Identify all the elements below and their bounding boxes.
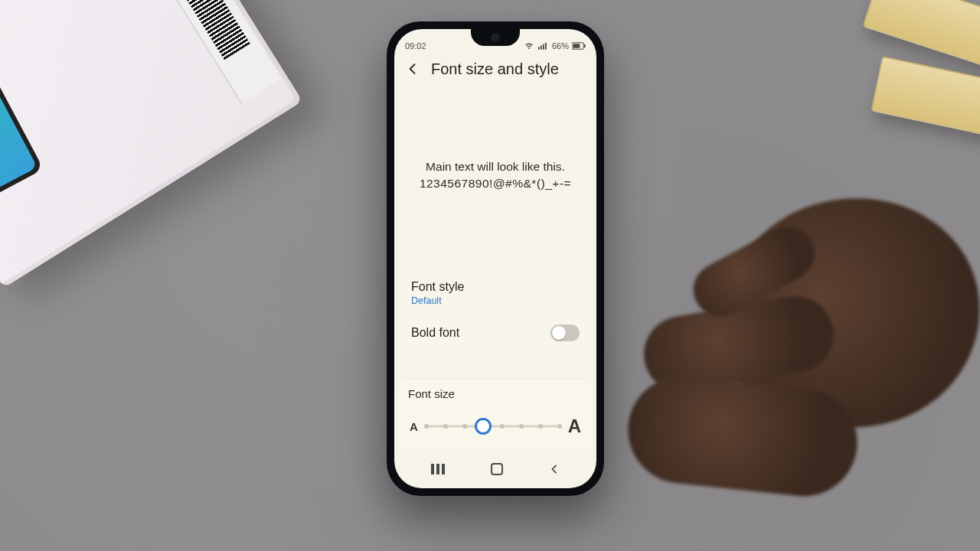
preview-line-2: 1234567890!@#%&*()_+-=: [420, 177, 571, 191]
svg-rect-5: [573, 44, 580, 48]
bold-font-label: Bold font: [411, 326, 459, 340]
settings-section: Font style Default Bold font: [399, 263, 592, 358]
svg-rect-7: [431, 464, 434, 474]
chevron-left-icon: [548, 463, 560, 475]
back-button[interactable]: [403, 60, 422, 78]
svg-rect-1: [541, 45, 542, 49]
box-phone-art: [0, 21, 44, 213]
svg-rect-8: [436, 464, 439, 474]
phone-screen: 09:02 66%: [394, 29, 596, 488]
nav-back-button[interactable]: [536, 457, 573, 481]
svg-rect-10: [492, 464, 502, 474]
status-battery-text: 66%: [552, 41, 569, 51]
font-preview: Main text will look like this. 123456789…: [394, 87, 596, 263]
home-icon: [490, 462, 504, 476]
font-size-slider[interactable]: A A: [408, 411, 583, 437]
font-style-row[interactable]: Font style Default: [408, 271, 583, 315]
font-size-max-indicator: A: [568, 416, 581, 437]
svg-rect-0: [538, 47, 540, 50]
preview-line-1: Main text will look like this.: [426, 160, 565, 174]
nav-bar: [394, 452, 596, 488]
font-size-card: Font size A A: [399, 380, 592, 449]
svg-rect-6: [584, 44, 586, 47]
wifi-icon: [524, 42, 534, 50]
svg-rect-2: [543, 44, 544, 50]
chevron-left-icon: [405, 61, 420, 77]
font-style-value: Default: [411, 295, 464, 306]
font-style-label: Font style: [411, 280, 464, 294]
header: Font size and style: [394, 52, 596, 87]
recents-icon: [430, 463, 446, 475]
status-time: 09:02: [405, 41, 426, 51]
bold-font-row[interactable]: Bold font: [408, 315, 583, 350]
notch: [471, 29, 520, 46]
home-button[interactable]: [478, 456, 516, 482]
battery-icon: [572, 42, 586, 50]
svg-rect-9: [442, 464, 445, 474]
bold-font-toggle[interactable]: [550, 324, 580, 341]
svg-rect-3: [545, 43, 547, 50]
font-size-min-indicator: A: [410, 420, 418, 433]
product-box-title: Galaxy A06: [0, 0, 36, 5]
phone-frame: 09:02 66%: [387, 21, 604, 496]
font-size-label: Font size: [408, 387, 583, 400]
page-title: Font size and style: [431, 60, 559, 78]
signal-icon: [538, 42, 547, 50]
recents-button[interactable]: [418, 457, 458, 481]
slider-thumb[interactable]: [475, 418, 492, 435]
slider-track[interactable]: [424, 418, 562, 435]
